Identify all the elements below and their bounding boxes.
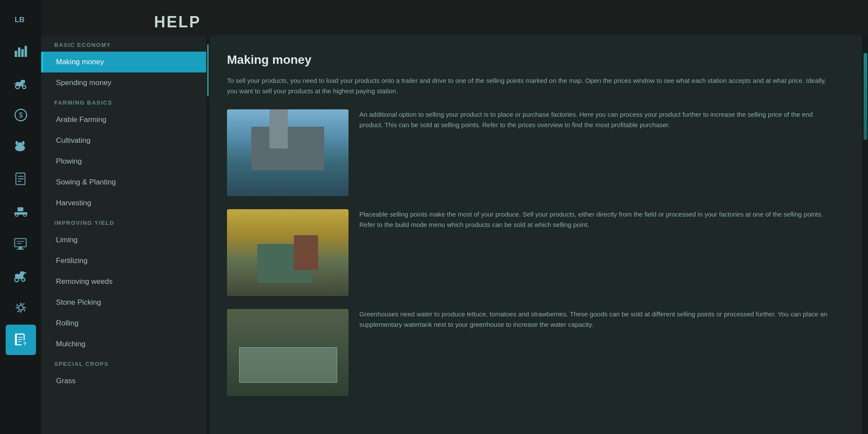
menu-item-stone-picking[interactable]: Stone Picking — [41, 292, 206, 313]
svg-rect-4 — [24, 46, 27, 57]
sidebar-item-help[interactable]: ? — [6, 325, 36, 355]
sidebar: LB $ — [0, 0, 41, 434]
right-scrollbar-thumb — [864, 53, 867, 140]
svg-point-14 — [15, 141, 18, 145]
section-header-special-crops: SPECIAL CROPS — [41, 355, 206, 371]
svg-point-13 — [17, 142, 22, 147]
main-content: HELP BASIC ECONOMY Making money Spending… — [41, 0, 868, 434]
sidebar-item-contracts[interactable] — [6, 228, 36, 259]
sidebar-item-settings[interactable] — [6, 293, 36, 323]
page-title: HELP — [154, 13, 868, 31]
svg-rect-33 — [23, 272, 26, 273]
menu-item-harvesting[interactable]: Harvesting — [41, 193, 206, 214]
svg-rect-26 — [16, 249, 24, 250]
menu-item-making-money[interactable]: Making money — [41, 52, 206, 72]
menu-item-removing-weeds[interactable]: Removing weeds — [41, 271, 206, 292]
content-block-2: Placeable selling points make the most o… — [227, 209, 836, 296]
menu-item-arable-farming[interactable]: Arable Farming — [41, 109, 206, 130]
content-image-factory — [227, 109, 349, 196]
sidebar-item-animals[interactable] — [6, 132, 36, 162]
svg-rect-2 — [18, 47, 20, 57]
svg-rect-37 — [15, 334, 16, 345]
menu-item-rolling[interactable]: Rolling — [41, 313, 206, 334]
svg-point-34 — [18, 305, 23, 310]
svg-point-32 — [21, 278, 25, 282]
content-text-2: Placeable selling points make the most o… — [359, 209, 836, 296]
content-image-barn — [227, 209, 349, 296]
svg-rect-1 — [14, 51, 17, 57]
content-title: Making money — [227, 53, 836, 67]
menu-item-liming[interactable]: Liming — [41, 230, 206, 250]
svg-rect-3 — [21, 49, 23, 57]
section-header-improving-yield: IMPROVING YIELD — [41, 214, 206, 230]
left-scrollbar — [206, 36, 210, 434]
menu-panel: BASIC ECONOMY Making money Spending mone… — [41, 36, 206, 434]
sidebar-item-stats[interactable] — [6, 36, 36, 66]
svg-rect-23 — [17, 207, 23, 212]
svg-rect-6 — [21, 80, 25, 83]
content-block-3: Greenhouses need water to produce lettuc… — [227, 309, 836, 396]
svg-rect-25 — [19, 247, 22, 249]
menu-item-spending-money[interactable]: Spending money — [41, 72, 206, 93]
sidebar-item-fields[interactable] — [6, 164, 36, 194]
menu-item-cultivating[interactable]: Cultivating — [41, 130, 206, 151]
svg-point-15 — [22, 141, 24, 145]
svg-text:$: $ — [19, 111, 23, 119]
content-image-greenhouse — [227, 309, 349, 396]
menu-item-plowing[interactable]: Plowing — [41, 151, 206, 172]
menu-item-fertilizing[interactable]: Fertilizing — [41, 250, 206, 271]
menu-item-grass[interactable]: Grass — [41, 371, 206, 391]
left-scrollbar-thumb — [207, 44, 209, 96]
content-intro: To sell your products, you need to load … — [227, 76, 836, 96]
content-block-1: An additional option to selling your pro… — [227, 109, 836, 196]
sidebar-item-lb[interactable]: LB — [6, 3, 36, 34]
sidebar-item-finances[interactable]: $ — [6, 100, 36, 130]
content-text-3: Greenhouses need water to produce lettuc… — [359, 309, 836, 396]
sidebar-item-service[interactable] — [6, 260, 36, 291]
menu-item-mulching[interactable]: Mulching — [41, 334, 206, 355]
svg-point-8 — [22, 85, 26, 89]
svg-rect-24 — [14, 239, 26, 247]
content-text-1: An additional option to selling your pro… — [359, 109, 836, 196]
sidebar-item-vehicles[interactable] — [6, 68, 36, 98]
section-header-farming-basics: FARMING BASICS — [41, 93, 206, 109]
menu-item-sowing[interactable]: Sowing & Planting — [41, 172, 206, 193]
right-scrollbar — [862, 36, 868, 434]
right-content-panel: Making money To sell your products, you … — [210, 36, 862, 434]
top-area: HELP — [41, 0, 868, 36]
content-area: BASIC ECONOMY Making money Spending mone… — [41, 36, 868, 434]
section-header-basic-economy: BASIC ECONOMY — [41, 36, 206, 52]
svg-text:LB: LB — [14, 16, 24, 24]
sidebar-item-production[interactable] — [6, 196, 36, 227]
svg-text:?: ? — [23, 341, 26, 346]
